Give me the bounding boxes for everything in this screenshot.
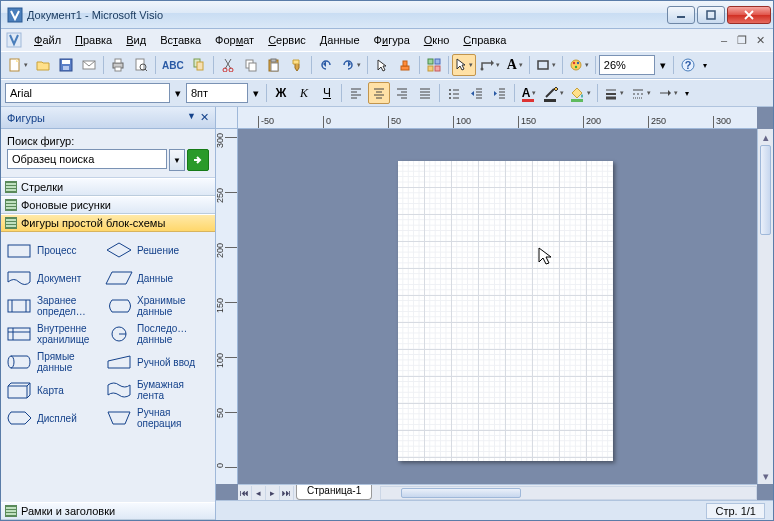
stencil-category[interactable]: Фигуры простой блок-схемы: [1, 214, 215, 232]
stencil-category[interactable]: Стрелки: [1, 178, 215, 196]
italic-button[interactable]: К: [293, 82, 315, 104]
align-center-button[interactable]: [368, 82, 390, 104]
shape-item[interactable]: Данные: [103, 264, 203, 292]
panel-dropdown-icon[interactable]: ▼: [187, 111, 196, 124]
maximize-button[interactable]: [697, 6, 725, 24]
vertical-ruler[interactable]: 300250200150100500: [216, 129, 238, 484]
new-button[interactable]: [5, 54, 31, 76]
stamp-button[interactable]: [394, 54, 416, 76]
connector-tool-button[interactable]: [477, 54, 503, 76]
align-justify-button[interactable]: [414, 82, 436, 104]
help-button[interactable]: ?: [677, 54, 699, 76]
toolbar-options-button[interactable]: ▾: [700, 54, 710, 76]
shapes-window-button[interactable]: [423, 54, 445, 76]
shape-item[interactable]: Бумажная лента: [103, 376, 203, 404]
theme-button[interactable]: [566, 54, 592, 76]
toolbar-options-button-2[interactable]: ▾: [682, 82, 692, 104]
zoom-input[interactable]: [599, 55, 655, 75]
shape-search-input[interactable]: [7, 149, 167, 169]
increase-indent-button[interactable]: [489, 82, 511, 104]
menu-окно[interactable]: Окно: [417, 32, 457, 48]
tab-last-button[interactable]: ⏭: [280, 486, 294, 500]
shape-item[interactable]: Заранее определ…: [3, 292, 103, 320]
cut-button[interactable]: [217, 54, 239, 76]
menu-вставка[interactable]: Вставка: [153, 32, 208, 48]
hscroll-thumb[interactable]: [401, 488, 521, 498]
spellcheck-button[interactable]: ABC: [159, 54, 187, 76]
vertical-scrollbar[interactable]: ▴ ▾: [757, 129, 773, 484]
shape-search-go-button[interactable]: [187, 149, 209, 171]
shape-item[interactable]: Ручной ввод: [103, 348, 203, 376]
vscroll-thumb[interactable]: [760, 145, 771, 235]
stencil-category[interactable]: Фоновые рисунки: [1, 196, 215, 214]
shape-item[interactable]: Решение: [103, 236, 203, 264]
shape-item[interactable]: Хранимые данные: [103, 292, 203, 320]
copy-button[interactable]: [240, 54, 262, 76]
print-button[interactable]: [107, 54, 129, 76]
scroll-up-button[interactable]: ▴: [758, 129, 773, 145]
decrease-indent-button[interactable]: [466, 82, 488, 104]
horizontal-ruler[interactable]: -50050100150200250300350: [238, 107, 757, 129]
mdi-minimize-button[interactable]: –: [716, 33, 732, 47]
font-name-input[interactable]: [5, 83, 170, 103]
align-left-button[interactable]: [345, 82, 367, 104]
shape-item[interactable]: Процесс: [3, 236, 103, 264]
open-button[interactable]: [32, 54, 54, 76]
tab-prev-button[interactable]: ◂: [252, 486, 266, 500]
menu-правка[interactable]: Правка: [68, 32, 119, 48]
font-color-button[interactable]: A: [518, 82, 540, 104]
scroll-down-button[interactable]: ▾: [758, 468, 773, 484]
shape-item[interactable]: Ручная операция: [103, 404, 203, 432]
page-tab[interactable]: Страница-1: [296, 485, 372, 500]
font-size-input[interactable]: [186, 83, 248, 103]
pointer-tool-button[interactable]: [371, 54, 393, 76]
mdi-close-button[interactable]: ✕: [752, 33, 768, 47]
bullets-button[interactable]: [443, 82, 465, 104]
menu-файл[interactable]: Файл: [27, 32, 68, 48]
panel-close-icon[interactable]: ✕: [200, 111, 209, 124]
shape-item[interactable]: Документ: [3, 264, 103, 292]
paste-button[interactable]: [263, 54, 285, 76]
rectangle-tool-button[interactable]: [533, 54, 559, 76]
tab-next-button[interactable]: ▸: [266, 486, 280, 500]
menu-данные[interactable]: Данные: [313, 32, 367, 48]
text-tool-button[interactable]: A: [504, 54, 526, 76]
zoom-dropdown-button[interactable]: ▾: [656, 54, 670, 76]
shape-item[interactable]: Карта: [3, 376, 103, 404]
align-right-button[interactable]: [391, 82, 413, 104]
font-name-dropdown[interactable]: ▾: [171, 82, 185, 104]
font-size-dropdown[interactable]: ▾: [249, 82, 263, 104]
print-preview-button[interactable]: [130, 54, 152, 76]
menu-справка[interactable]: Справка: [456, 32, 513, 48]
line-pattern-button[interactable]: [628, 82, 654, 104]
menu-фигура[interactable]: Фигура: [367, 32, 417, 48]
horizontal-scrollbar[interactable]: [380, 486, 757, 500]
shape-item[interactable]: Дисплей: [3, 404, 103, 432]
menu-сервис[interactable]: Сервис: [261, 32, 313, 48]
shape-search-dropdown[interactable]: ▼: [169, 149, 185, 171]
stencil-category[interactable]: Рамки и заголовки: [1, 502, 215, 520]
select-tool-button[interactable]: [452, 54, 476, 76]
bold-button[interactable]: Ж: [270, 82, 292, 104]
research-button[interactable]: [188, 54, 210, 76]
underline-button[interactable]: Ч: [316, 82, 338, 104]
format-painter-button[interactable]: [286, 54, 308, 76]
mail-button[interactable]: [78, 54, 100, 76]
drawing-page[interactable]: [398, 161, 613, 461]
line-weight-button[interactable]: [601, 82, 627, 104]
menu-формат[interactable]: Формат: [208, 32, 261, 48]
menu-вид[interactable]: Вид: [119, 32, 153, 48]
line-color-button[interactable]: [541, 82, 567, 104]
shape-item[interactable]: Последо… данные: [103, 320, 203, 348]
shape-item[interactable]: Прямые данные: [3, 348, 103, 376]
tab-first-button[interactable]: ⏮: [238, 486, 252, 500]
minimize-button[interactable]: [667, 6, 695, 24]
mdi-restore-button[interactable]: ❐: [734, 33, 750, 47]
viewport[interactable]: [238, 129, 757, 484]
shape-item[interactable]: Внутренне хранилище: [3, 320, 103, 348]
fill-color-button[interactable]: [568, 82, 594, 104]
save-button[interactable]: [55, 54, 77, 76]
line-ends-button[interactable]: [655, 82, 681, 104]
redo-button[interactable]: [338, 54, 364, 76]
close-button[interactable]: [727, 6, 771, 24]
